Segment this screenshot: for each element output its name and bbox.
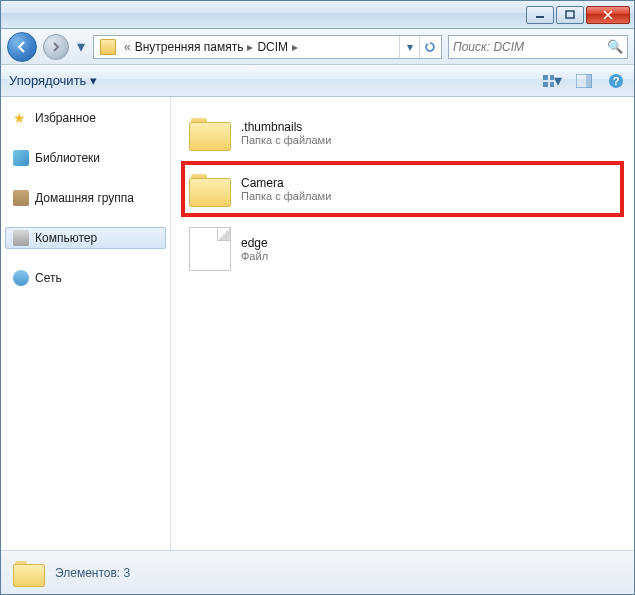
item-type: Папка с файлами [241,190,331,202]
folder-icon [189,115,231,151]
item-name: Camera [241,176,331,190]
file-icon [189,227,231,271]
folder-icon [13,559,45,587]
libraries-icon [13,150,29,166]
file-list[interactable]: .thumbnailsПапка с файламиCameraПапка с … [171,97,634,550]
window-buttons [526,6,630,24]
sidebar-item-label: Домашняя группа [35,191,134,205]
address-dropdown[interactable]: ▾ [399,36,419,58]
network-icon [13,270,29,286]
search-input[interactable] [453,40,607,54]
svg-rect-0 [536,16,544,18]
svg-rect-3 [550,75,554,80]
svg-rect-1 [566,11,574,18]
breadcrumb-seg-1[interactable]: Внутренняя память [135,40,244,54]
svg-rect-7 [586,74,592,88]
sidebar-item-label: Библиотеки [35,151,100,165]
sidebar-item-libraries[interactable]: Библиотеки [1,147,170,169]
folder-icon [189,171,231,207]
item-name: .thumbnails [241,120,331,134]
status-text: Элементов: 3 [55,566,130,580]
explorer-window: ▾ « Внутренняя память ▸ DCIM ▸ ▾ 🔍 Упоря… [0,0,635,595]
help-button[interactable]: ? [606,71,626,91]
item-name: edge [241,236,268,250]
sidebar-item-homegroup[interactable]: Домашняя группа [1,187,170,209]
refresh-button[interactable] [419,36,439,58]
folder-item[interactable]: .thumbnailsПапка с файлами [181,105,624,161]
organize-label: Упорядочить [9,73,86,88]
item-type: Файл [241,250,268,262]
back-button[interactable] [7,32,37,62]
chevron-right-icon[interactable]: ▸ [288,40,302,54]
address-bar[interactable]: « Внутренняя память ▸ DCIM ▸ ▾ [93,35,442,59]
computer-icon [13,230,29,246]
sidebar-item-favorites[interactable]: ★Избранное [1,107,170,129]
chevron-down-icon: ▾ [90,73,97,88]
sidebar-item-network[interactable]: Сеть [1,267,170,289]
folder-icon [100,39,116,55]
breadcrumb-prefix: « [120,40,135,54]
titlebar[interactable] [1,1,634,29]
sidebar-item-label: Сеть [35,271,62,285]
history-dropdown[interactable]: ▾ [75,34,87,60]
toolbar-right: ▾ ? [542,71,626,91]
search-icon[interactable]: 🔍 [607,39,623,54]
breadcrumb-seg-2[interactable]: DCIM [257,40,288,54]
maximize-button[interactable] [556,6,584,24]
star-icon: ★ [13,110,29,126]
sidebar-item-label: Компьютер [35,231,97,245]
status-bar: Элементов: 3 [1,550,634,594]
svg-rect-5 [550,82,554,87]
minimize-button[interactable] [526,6,554,24]
navigation-pane: ★Избранное Библиотеки Домашняя группа Ко… [1,97,171,550]
item-type: Папка с файлами [241,134,331,146]
sidebar-item-computer[interactable]: Компьютер [5,227,166,249]
svg-rect-4 [543,82,548,87]
body: ★Избранное Библиотеки Домашняя группа Ко… [1,97,634,550]
chevron-right-icon[interactable]: ▸ [243,40,257,54]
organize-menu[interactable]: Упорядочить ▾ [9,73,97,88]
svg-text:?: ? [613,75,620,87]
forward-button [43,34,69,60]
navigation-bar: ▾ « Внутренняя память ▸ DCIM ▸ ▾ 🔍 [1,29,634,65]
file-item[interactable]: edgeФайл [181,217,624,281]
folder-item[interactable]: CameraПапка с файлами [181,161,624,217]
view-options-button[interactable]: ▾ [542,71,562,91]
toolbar: Упорядочить ▾ ▾ ? [1,65,634,97]
close-button[interactable] [586,6,630,24]
preview-pane-button[interactable] [574,71,594,91]
homegroup-icon [13,190,29,206]
sidebar-item-label: Избранное [35,111,96,125]
svg-rect-2 [543,75,548,80]
search-box[interactable]: 🔍 [448,35,628,59]
